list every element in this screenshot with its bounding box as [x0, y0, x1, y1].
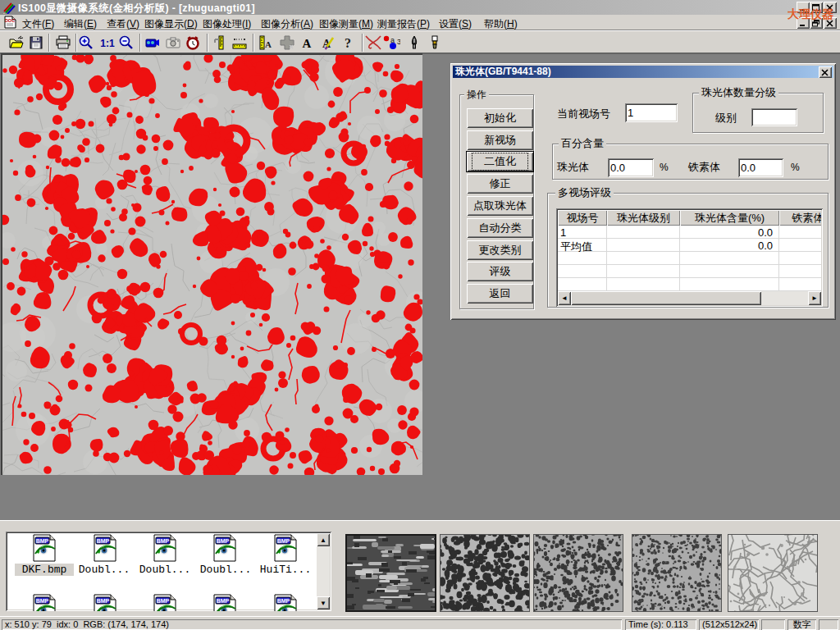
svg-text:BMP: BMP: [277, 538, 290, 544]
svg-text:BMP: BMP: [277, 598, 290, 604]
svg-text:BMP: BMP: [36, 598, 49, 604]
svg-text:BMP: BMP: [97, 598, 110, 604]
svg-text:?: ?: [345, 36, 351, 50]
svg-text:DOC: DOC: [5, 18, 15, 23]
svg-text:BMP: BMP: [217, 538, 230, 544]
svg-text:BMP: BMP: [36, 538, 49, 544]
svg-text:BMP: BMP: [97, 538, 110, 544]
svg-text:A: A: [303, 37, 312, 50]
svg-text:BMP: BMP: [217, 598, 230, 604]
svg-text:3: 3: [397, 38, 400, 46]
svg-text:1:1: 1:1: [100, 38, 115, 49]
svg-text:A: A: [265, 39, 272, 49]
svg-text:BMP: BMP: [157, 598, 170, 604]
svg-text:BMP: BMP: [157, 538, 170, 544]
